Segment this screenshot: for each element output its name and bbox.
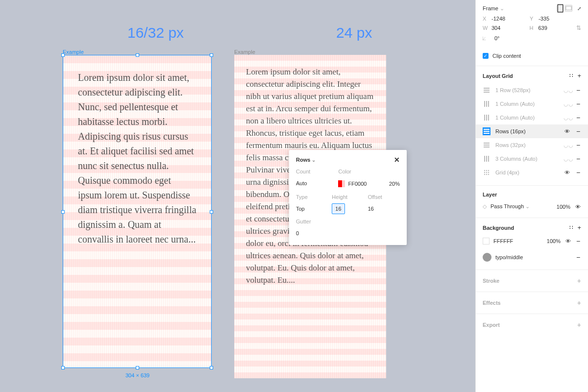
remove-grid-icon[interactable]: − (575, 100, 581, 108)
rows-icon (483, 127, 490, 135)
height-input[interactable]: 16 (332, 203, 344, 214)
gutter-value[interactable]: 0 (296, 230, 299, 236)
grid-item[interactable]: 1 Column (Auto)◡◡− (483, 111, 581, 124)
bg-styles-icon[interactable]: ∷ (569, 224, 572, 231)
resize-handle[interactable] (136, 53, 139, 57)
grid-item-label: 1 Column (Auto) (495, 115, 559, 121)
svg-point-24 (486, 172, 487, 173)
visibility-icon[interactable]: ◡◡ (564, 87, 570, 94)
resize-handle[interactable] (61, 210, 65, 214)
constrain-proportions-icon[interactable]: ⇅ (576, 24, 581, 31)
remove-style-icon[interactable]: − (575, 253, 581, 261)
resize-handle[interactable] (61, 53, 65, 57)
resize-handle[interactable] (210, 210, 213, 214)
visibility-icon[interactable]: ◡◡ (564, 156, 570, 162)
effects-section[interactable]: Effects + (476, 292, 588, 314)
count-value[interactable]: Auto (296, 180, 307, 186)
h-input[interactable]: 639 (538, 25, 576, 31)
grid-item[interactable]: 1 Row (528px)◡◡− (483, 83, 581, 97)
rows-icon (483, 141, 490, 149)
portrait-icon[interactable] (557, 5, 564, 12)
stroke-section[interactable]: Stroke + (476, 270, 588, 292)
background-section: Background ∷ + FFFFFF 100% 👁 − typo/midd… (476, 218, 588, 270)
type-dropdown[interactable]: Top (296, 206, 305, 212)
style-swatch[interactable] (483, 253, 491, 262)
clip-content-label: Clip content (492, 53, 521, 59)
grid-item[interactable]: 1 Column (Auto)◡◡− (483, 97, 581, 111)
blend-mode-dropdown[interactable]: Pass Through (490, 203, 530, 210)
y-input[interactable]: -335 (539, 16, 577, 22)
resize-handle[interactable] (136, 366, 139, 369)
offset-label: Offset (368, 194, 400, 200)
typo-style-label[interactable]: typo/middle (495, 254, 523, 260)
grid-item-label: 1 Row (528px) (495, 87, 559, 93)
grid-item[interactable]: Rows (32px)◡◡− (483, 138, 581, 152)
bg-hex[interactable]: FFFFFF (493, 238, 513, 244)
visibility-icon[interactable]: ◡◡ (564, 115, 570, 121)
color-opacity[interactable]: 20% (389, 181, 400, 187)
layer-section: Layer ◇ Pass Through 100% 👁 (476, 185, 588, 218)
color-swatch[interactable] (338, 180, 345, 187)
svg-rect-16 (484, 147, 490, 147)
svg-rect-19 (488, 156, 489, 162)
example-frame-1[interactable]: Lorem ipsum dolor sit amet, consectetur … (63, 55, 212, 368)
heading-16-32: 16/32 px (127, 24, 184, 41)
remove-grid-icon[interactable]: − (575, 86, 581, 94)
offset-value[interactable]: 16 (368, 206, 374, 212)
svg-rect-18 (486, 156, 487, 162)
close-icon[interactable]: ✕ (394, 156, 400, 164)
visibility-icon[interactable]: 👁 (564, 238, 571, 244)
svg-rect-3 (484, 90, 490, 91)
frame-label-2[interactable]: Example (234, 49, 255, 55)
svg-rect-12 (484, 131, 490, 132)
remove-fill-icon[interactable]: − (575, 237, 581, 245)
resize-handle[interactable] (210, 53, 213, 57)
cols-icon (483, 114, 490, 122)
resize-fit-icon[interactable]: ⤢ (577, 6, 581, 11)
remove-grid-icon[interactable]: − (575, 169, 581, 176)
type-label: Type (296, 194, 328, 200)
w-input[interactable]: 304 (491, 25, 530, 31)
svg-rect-8 (484, 115, 485, 121)
visibility-icon[interactable]: ◡◡ (564, 142, 570, 148)
resize-handle[interactable] (61, 366, 65, 369)
remove-grid-icon[interactable]: − (575, 114, 581, 122)
add-fill-icon[interactable]: + (577, 224, 581, 231)
grid-type-dropdown[interactable]: Rows (296, 157, 316, 163)
svg-point-20 (484, 170, 485, 171)
add-stroke-icon[interactable]: + (577, 277, 581, 285)
color-hex[interactable]: FF0000 (348, 181, 367, 187)
rotation-input[interactable]: 0° (494, 35, 533, 41)
layer-opacity[interactable]: 100% (557, 204, 570, 210)
visibility-icon[interactable]: 👁 (564, 170, 570, 175)
remove-grid-icon[interactable]: − (575, 155, 581, 163)
grid-item[interactable]: Grid (4px)👁− (483, 166, 581, 179)
svg-rect-17 (484, 156, 485, 162)
effects-title: Effects (483, 300, 501, 306)
layer-title: Layer (483, 192, 497, 197)
add-effect-icon[interactable]: + (577, 299, 581, 307)
grid-item[interactable]: Rows (16px)👁− (476, 124, 588, 138)
svg-rect-5 (484, 101, 485, 107)
clip-content-checkbox[interactable]: ✓ (483, 53, 489, 59)
remove-grid-icon[interactable]: − (575, 141, 581, 149)
visibility-icon[interactable]: ◡◡ (564, 101, 570, 107)
add-grid-icon[interactable]: + (577, 72, 581, 79)
add-export-icon[interactable]: + (577, 321, 581, 329)
bg-color-swatch[interactable] (483, 238, 490, 245)
frame-type-dropdown[interactable]: Frame (483, 5, 504, 12)
bg-opacity[interactable]: 100% (547, 238, 561, 244)
frame-label-1[interactable]: Example (63, 49, 84, 55)
grid-styles-icon[interactable]: ∷ (569, 72, 572, 79)
x-input[interactable]: -1248 (491, 16, 530, 22)
visibility-icon[interactable]: 👁 (574, 204, 581, 210)
x-label: X (483, 16, 491, 22)
export-section[interactable]: Export + (476, 314, 588, 336)
landscape-icon[interactable] (565, 5, 572, 12)
h-label: H (530, 25, 539, 31)
resize-handle[interactable] (210, 366, 213, 369)
remove-grid-icon[interactable]: − (575, 127, 581, 135)
visibility-icon[interactable]: 👁 (564, 128, 570, 134)
grid-item-label: 3 Columns (Auto) (495, 156, 559, 162)
grid-item[interactable]: 3 Columns (Auto)◡◡− (483, 152, 581, 166)
